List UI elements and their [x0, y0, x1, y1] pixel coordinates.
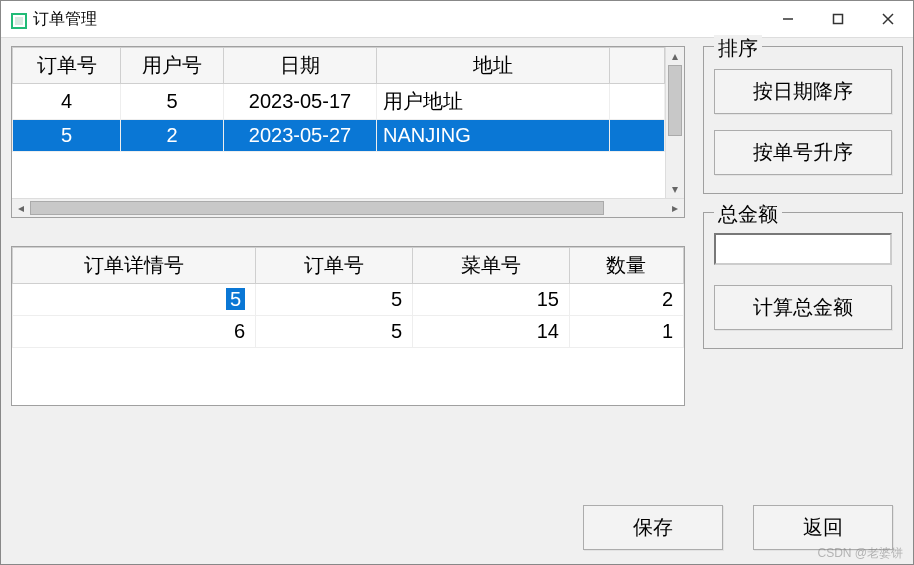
save-button[interactable]: 保存 [583, 505, 723, 550]
column-header[interactable]: 地址 [377, 48, 610, 84]
bottom-bar: 保存 返回 [583, 505, 893, 550]
table-cell[interactable]: 14 [413, 316, 570, 348]
table-cell[interactable]: 5 [256, 316, 413, 348]
scroll-thumb[interactable] [30, 201, 604, 215]
table-cell[interactable]: 15 [413, 284, 570, 316]
sort-date-desc-button[interactable]: 按日期降序 [714, 69, 892, 114]
column-header[interactable]: 用户号 [121, 48, 224, 84]
table-cell[interactable]: 2023-05-17 [224, 84, 377, 120]
app-icon [11, 11, 27, 27]
table-row[interactable]: 55152 [13, 284, 684, 316]
table-cell[interactable]: 2 [569, 284, 683, 316]
calc-total-button[interactable]: 计算总金额 [714, 285, 892, 330]
minimize-button[interactable] [763, 1, 813, 37]
table-row[interactable]: 452023-05-17用户地址 [13, 84, 665, 120]
titlebar: 订单管理 [1, 1, 913, 38]
total-group-title: 总金额 [714, 201, 782, 228]
sort-group: 排序 按日期降序 按单号升序 [703, 46, 903, 194]
table-cell[interactable]: 5 [13, 120, 121, 152]
total-group: 总金额 计算总金额 [703, 212, 903, 349]
scroll-right-arrow-icon[interactable]: ▸ [666, 199, 684, 217]
column-header[interactable]: 订单号 [256, 248, 413, 284]
column-header[interactable]: 日期 [224, 48, 377, 84]
column-header-spacer [610, 48, 665, 84]
cell-spacer [610, 84, 665, 120]
column-header[interactable]: 订单详情号 [13, 248, 256, 284]
scroll-thumb[interactable] [668, 65, 682, 136]
orders-table-container: 订单号用户号日期地址 452023-05-17用户地址522023-05-27N… [11, 46, 685, 218]
scroll-up-arrow-icon[interactable]: ▴ [666, 47, 684, 65]
window-title: 订单管理 [33, 9, 763, 30]
table-cell[interactable]: 2 [121, 120, 224, 152]
table-cell[interactable]: 5 [121, 84, 224, 120]
details-table-container: 订单详情号订单号菜单号数量 5515265141 [11, 246, 685, 406]
svg-rect-3 [834, 15, 843, 24]
scroll-left-arrow-icon[interactable]: ◂ [12, 199, 30, 217]
table-cell[interactable]: NANJING [377, 120, 610, 152]
table-cell[interactable]: 5 [256, 284, 413, 316]
sort-group-title: 排序 [714, 35, 762, 62]
orders-table[interactable]: 订单号用户号日期地址 452023-05-17用户地址522023-05-27N… [12, 47, 665, 152]
cell-spacer [610, 120, 665, 152]
column-header[interactable]: 菜单号 [413, 248, 570, 284]
close-button[interactable] [863, 1, 913, 37]
client-area: 订单号用户号日期地址 452023-05-17用户地址522023-05-27N… [1, 38, 913, 564]
scroll-down-arrow-icon[interactable]: ▾ [666, 180, 684, 198]
table-cell[interactable]: 5 [13, 284, 256, 316]
total-amount-input[interactable] [714, 233, 892, 265]
sort-id-asc-button[interactable]: 按单号升序 [714, 130, 892, 175]
table-cell[interactable]: 2023-05-27 [224, 120, 377, 152]
maximize-button[interactable] [813, 1, 863, 37]
table-cell[interactable]: 1 [569, 316, 683, 348]
back-button[interactable]: 返回 [753, 505, 893, 550]
main-window: 订单管理 订单号用户号日期地址 [0, 0, 914, 565]
table-row[interactable]: 522023-05-27NANJING [13, 120, 665, 152]
svg-rect-1 [15, 17, 23, 25]
table-cell[interactable]: 6 [13, 316, 256, 348]
column-header[interactable]: 数量 [569, 248, 683, 284]
details-table[interactable]: 订单详情号订单号菜单号数量 5515265141 [12, 247, 684, 348]
orders-vertical-scrollbar[interactable]: ▴ ▾ [665, 47, 684, 198]
window-controls [763, 1, 913, 37]
column-header[interactable]: 订单号 [13, 48, 121, 84]
orders-horizontal-scrollbar[interactable]: ◂ ▸ [12, 198, 684, 217]
table-row[interactable]: 65141 [13, 316, 684, 348]
table-cell[interactable]: 用户地址 [377, 84, 610, 120]
table-cell[interactable]: 4 [13, 84, 121, 120]
